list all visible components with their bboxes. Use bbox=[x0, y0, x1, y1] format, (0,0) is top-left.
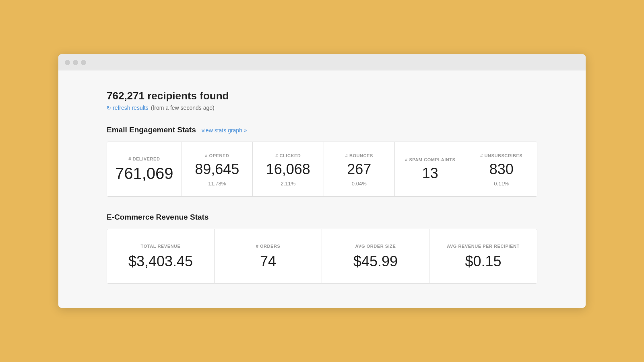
stat-card-spam: # SPAM COMPLAINTS 13 bbox=[395, 142, 466, 196]
view-stats-link[interactable]: view stats graph » bbox=[202, 127, 247, 134]
ecommerce-label-avg-order: AVG ORDER SIZE bbox=[355, 244, 396, 249]
ecommerce-card-avg-revenue: AVG REVENUE PER RECIPIENT $0.15 bbox=[429, 229, 537, 283]
refresh-link[interactable]: ↻ refresh results bbox=[107, 105, 149, 111]
stat-value-delivered: 761,069 bbox=[115, 165, 173, 181]
stat-card-unsubscribes: # UNSUBSCRIBES 830 0.11% bbox=[466, 142, 537, 196]
refresh-icon: ↻ bbox=[107, 105, 111, 111]
stat-percent-bounces: 0.04% bbox=[352, 181, 367, 187]
ecommerce-card-orders: # ORDERS 74 bbox=[215, 229, 322, 283]
browser-content: 762,271 recipients found ↻ refresh resul… bbox=[58, 70, 586, 308]
email-stats-header: Email Engagement Stats view stats graph … bbox=[107, 125, 537, 134]
browser-dot-2 bbox=[73, 60, 78, 65]
ecommerce-card-revenue: TOTAL REVENUE $3,403.45 bbox=[107, 229, 215, 283]
ecommerce-header: E-Commerce Revenue Stats bbox=[107, 213, 537, 222]
stat-card-delivered: # DELIVERED 761,069 bbox=[107, 142, 182, 196]
stat-label-opened: # OPENED bbox=[205, 153, 229, 158]
stat-value-bounces: 267 bbox=[347, 162, 371, 177]
stat-value-unsubscribes: 830 bbox=[489, 162, 514, 177]
stat-label-bounces: # BOUNCES bbox=[345, 153, 373, 158]
stat-percent-clicked: 2.11% bbox=[281, 181, 295, 187]
stat-label-delivered: # DELIVERED bbox=[128, 156, 160, 161]
ecommerce-value-orders: 74 bbox=[260, 254, 276, 269]
stat-label-unsubscribes: # UNSUBSCRIBES bbox=[480, 153, 522, 158]
ecommerce-section: E-Commerce Revenue Stats TOTAL REVENUE $… bbox=[107, 213, 537, 284]
stat-value-clicked: 16,068 bbox=[266, 162, 310, 177]
stat-percent-unsubscribes: 0.11% bbox=[494, 181, 509, 187]
email-stats-title: Email Engagement Stats bbox=[107, 125, 196, 134]
browser-chrome bbox=[58, 54, 586, 70]
browser-window: 762,271 recipients found ↻ refresh resul… bbox=[58, 54, 586, 308]
stat-value-opened: 89,645 bbox=[195, 162, 239, 177]
browser-dot-3 bbox=[81, 60, 86, 65]
stat-card-opened: # OPENED 89,645 11.78% bbox=[182, 142, 253, 196]
refresh-row: ↻ refresh results (from a few seconds ag… bbox=[107, 105, 537, 111]
recipients-heading: 762,271 recipients found bbox=[107, 90, 537, 102]
refresh-time: (from a few seconds ago) bbox=[151, 105, 215, 111]
ecommerce-card-avg-order: AVG ORDER SIZE $45.99 bbox=[322, 229, 429, 283]
browser-dot-1 bbox=[65, 60, 70, 65]
ecommerce-label-revenue: TOTAL REVENUE bbox=[141, 244, 181, 249]
ecommerce-title: E-Commerce Revenue Stats bbox=[107, 213, 208, 222]
stat-percent-opened: 11.78% bbox=[208, 181, 226, 187]
refresh-label: refresh results bbox=[113, 105, 149, 111]
ecommerce-value-avg-revenue: $0.15 bbox=[465, 254, 501, 269]
ecommerce-label-avg-revenue: AVG REVENUE PER RECIPIENT bbox=[447, 244, 519, 249]
ecommerce-value-revenue: $3,403.45 bbox=[128, 254, 193, 269]
email-stats-grid: # DELIVERED 761,069 # OPENED 89,645 11.7… bbox=[107, 142, 537, 197]
stat-label-spam: # SPAM COMPLAINTS bbox=[405, 157, 455, 162]
ecommerce-label-orders: # ORDERS bbox=[256, 244, 281, 249]
stat-label-clicked: # CLICKED bbox=[275, 153, 301, 158]
stat-card-bounces: # BOUNCES 267 0.04% bbox=[324, 142, 395, 196]
ecommerce-value-avg-order: $45.99 bbox=[353, 254, 398, 269]
stat-card-clicked: # CLICKED 16,068 2.11% bbox=[253, 142, 324, 196]
ecommerce-grid: TOTAL REVENUE $3,403.45 # ORDERS 74 AVG … bbox=[107, 229, 537, 284]
stat-value-spam: 13 bbox=[422, 166, 438, 181]
